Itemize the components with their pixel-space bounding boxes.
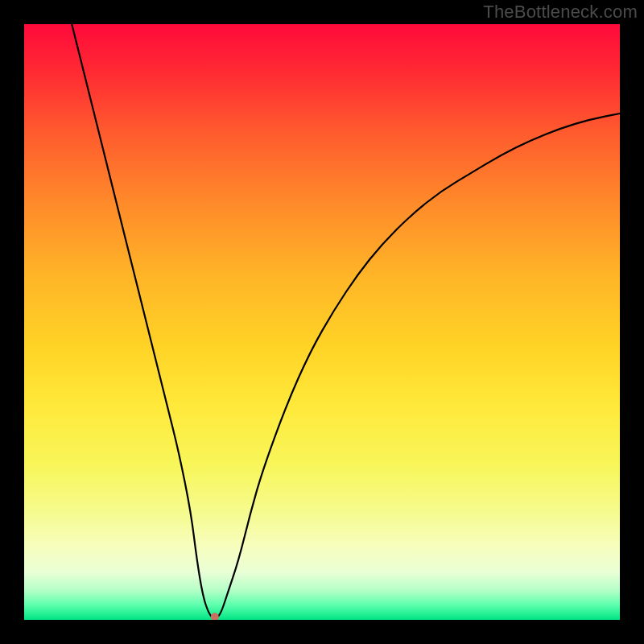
- chart-frame: TheBottleneck.com: [0, 0, 644, 644]
- curve-path: [72, 24, 620, 618]
- plot-area: [24, 24, 620, 620]
- watermark-text: TheBottleneck.com: [483, 2, 638, 23]
- curve-minimum-dot: [211, 613, 219, 620]
- bottleneck-curve: [24, 24, 620, 620]
